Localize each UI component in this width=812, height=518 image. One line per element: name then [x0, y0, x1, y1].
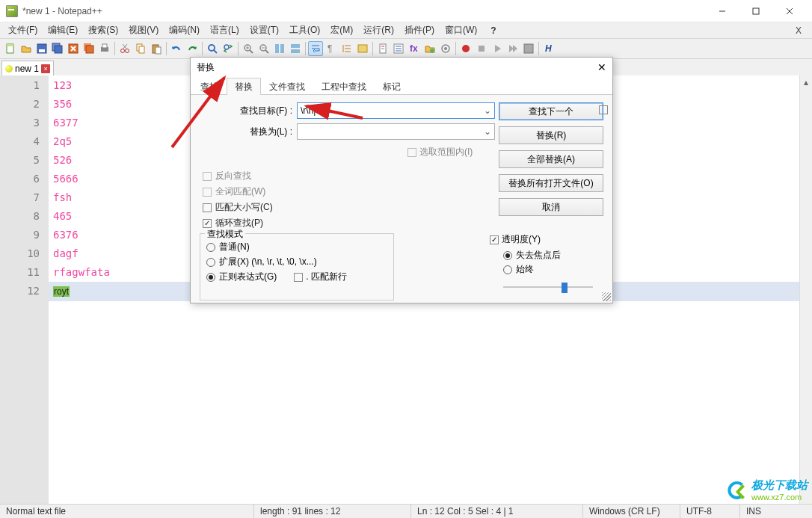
replace-all-button[interactable]: 全部替换(A) [499, 150, 603, 168]
paste-icon[interactable] [149, 41, 164, 56]
indent-guide-icon[interactable] [339, 41, 354, 56]
menu-macro[interactable]: 宏(M) [325, 22, 358, 38]
open-file-icon[interactable] [19, 41, 34, 56]
trans-onlose-radio[interactable]: 失去焦点后 [503, 249, 602, 262]
menu-plugins[interactable]: 插件(P) [399, 22, 440, 38]
checkbox-checked-icon[interactable]: ✓ [203, 219, 212, 228]
play-icon[interactable] [490, 41, 505, 56]
checkbox-icon[interactable] [203, 203, 212, 212]
radio-icon[interactable] [206, 243, 215, 252]
menu-tools[interactable]: 工具(O) [284, 22, 325, 38]
tab-find-in-files[interactable]: 文件查找 [261, 78, 313, 95]
transparency-checkbox[interactable]: ✓透明度(Y) [490, 233, 602, 246]
find-next-button[interactable]: 查找下一个 [499, 102, 603, 120]
play-multi-icon[interactable] [505, 41, 520, 56]
vertical-scrollbar[interactable]: ▴ [799, 75, 812, 504]
sync-v-icon[interactable] [272, 41, 287, 56]
replace-with-input[interactable]: ⌄ [297, 123, 495, 140]
menu-encoding[interactable]: 编码(N) [164, 22, 205, 38]
radio-icon[interactable] [206, 258, 215, 267]
status-encoding[interactable]: UTF-8 [680, 505, 740, 518]
doc-tab-close-icon[interactable]: × [41, 64, 50, 73]
copy-icon[interactable] [133, 41, 148, 56]
dialog-tabs: 查找 替换 文件查找 工程中查找 标记 [191, 77, 612, 95]
svg-line-26 [214, 50, 217, 53]
svg-line-31 [250, 50, 253, 53]
menu-search[interactable]: 搜索(S) [83, 22, 123, 38]
transparency-group: ✓透明度(Y) 失去焦点后 始终 [490, 233, 602, 300]
window-close-button[interactable] [772, 1, 806, 22]
menu-help[interactable]: ? [485, 24, 501, 37]
save-macro-icon[interactable] [521, 41, 536, 56]
replace-icon[interactable] [221, 41, 236, 56]
resize-grip-icon[interactable] [602, 292, 611, 301]
menu-view[interactable]: 视图(V) [123, 22, 164, 38]
tab-find-in-project[interactable]: 工程中查找 [313, 78, 375, 95]
stop-icon[interactable] [474, 41, 489, 56]
replace-all-open-button[interactable]: 替换所有打开文件(O) [499, 174, 603, 192]
close-icon[interactable] [66, 41, 81, 56]
wordwrap-icon[interactable] [308, 41, 323, 56]
radio-checked-icon[interactable] [503, 251, 512, 260]
match-newline-checkbox[interactable]: . 匹配新行 [294, 271, 347, 283]
menu-close-doc[interactable]: X [788, 24, 809, 37]
save-all-icon[interactable] [50, 41, 65, 56]
lang-icon[interactable] [355, 41, 370, 56]
close-all-icon[interactable] [81, 41, 96, 56]
transparency-slider[interactable] [503, 280, 593, 294]
mode-regex-radio[interactable]: 正则表达式(G) . 匹配新行 [206, 271, 387, 283]
show-all-chars-icon[interactable]: ¶ [324, 41, 339, 56]
mode-normal-radio[interactable]: 普通(N) [206, 241, 387, 253]
find-icon[interactable] [205, 41, 220, 56]
matchcase-checkbox[interactable]: 匹配大小写(C) [203, 201, 273, 214]
zoom-out-icon[interactable] [256, 41, 271, 56]
tab-mark[interactable]: 标记 [375, 78, 409, 95]
status-eol[interactable]: Windows (CR LF) [583, 505, 680, 518]
menu-edit[interactable]: 编辑(E) [43, 22, 83, 38]
menu-run[interactable]: 运行(R) [358, 22, 399, 38]
find-what-input[interactable]: \r\n|⌄ [297, 102, 495, 119]
document-tab[interactable]: new 1 × [1, 61, 54, 75]
menu-window[interactable]: 窗口(W) [440, 22, 482, 38]
menu-settings[interactable]: 设置(T) [244, 22, 284, 38]
checkbox-checked-icon[interactable]: ✓ [490, 235, 499, 244]
find-what-label: 查找目标(F) : [222, 105, 297, 117]
status-insert-mode[interactable]: INS [740, 505, 767, 518]
replace-dialog: 替换 ✕ 查找 替换 文件查找 工程中查找 标记 查找目标(F) : \r\n|… [190, 57, 613, 303]
maximize-button[interactable] [739, 1, 772, 22]
undo-icon[interactable] [169, 41, 184, 56]
svg-rect-59 [479, 46, 485, 52]
radio-icon[interactable] [503, 265, 512, 274]
save-icon[interactable] [34, 41, 49, 56]
tab-replace[interactable]: 替换 [227, 78, 261, 95]
folder-workspace-icon[interactable] [422, 41, 437, 56]
menu-file[interactable]: 文件(F) [3, 22, 43, 38]
cancel-button[interactable]: 取消 [499, 198, 603, 216]
radio-checked-icon[interactable] [206, 273, 215, 282]
minimize-button[interactable] [705, 1, 739, 22]
trans-always-radio[interactable]: 始终 [503, 263, 602, 276]
function-list-icon[interactable]: fx [407, 41, 422, 56]
extra-checkbox[interactable] [599, 105, 608, 114]
new-file-icon[interactable] [3, 41, 18, 56]
tab-find[interactable]: 查找 [192, 78, 227, 95]
chevron-down-icon[interactable]: ⌄ [484, 105, 491, 116]
checkbox-icon[interactable] [294, 273, 303, 282]
zoom-in-icon[interactable] [241, 41, 256, 56]
monitor-icon[interactable] [438, 41, 453, 56]
redo-icon[interactable] [185, 41, 200, 56]
record-icon[interactable] [458, 41, 473, 56]
dialog-titlebar[interactable]: 替换 ✕ [191, 58, 612, 77]
replace-button[interactable]: 替换(R) [499, 126, 603, 144]
dialog-close-button[interactable]: ✕ [597, 61, 606, 73]
mode-extended-radio[interactable]: 扩展(X) (\n, \r, \t, \0, \x...) [206, 256, 387, 268]
doc-list-icon[interactable] [391, 41, 406, 56]
cut-icon[interactable] [117, 41, 132, 56]
doc-map-icon[interactable] [375, 41, 390, 56]
chevron-down-icon[interactable]: ⌄ [484, 126, 491, 137]
menu-language[interactable]: 语言(L) [205, 22, 244, 38]
bold-h-icon[interactable]: H [541, 41, 556, 56]
scroll-up-icon[interactable]: ▴ [800, 75, 811, 88]
sync-h-icon[interactable] [288, 41, 303, 56]
print-icon[interactable] [97, 41, 112, 56]
